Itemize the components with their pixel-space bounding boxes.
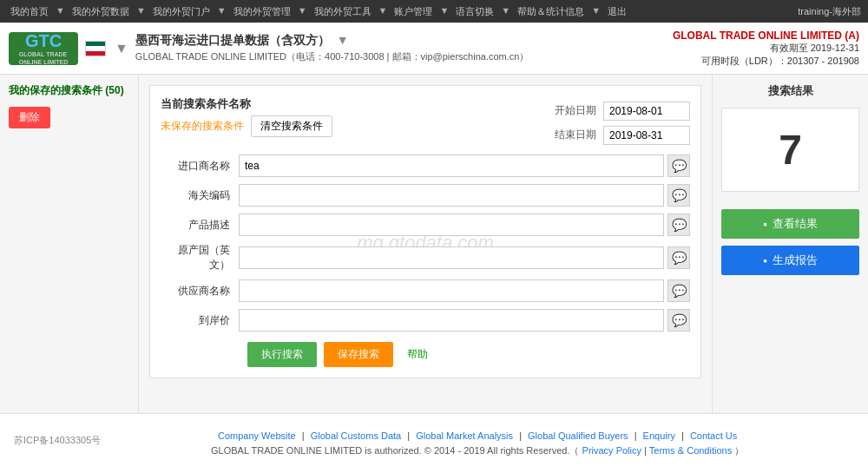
icp-number: 苏ICP备14033305号 [14,430,101,447]
sidebar-title: 我的保存的搜索条件 (50) [9,83,129,98]
title-dropdown-icon[interactable]: ▼ [337,33,349,47]
product-desc-input[interactable] [239,214,664,236]
footer-divider-1: | [302,430,307,441]
nav-language[interactable]: 语言切换 [452,5,497,18]
results-count-box: 7 [721,108,859,192]
form-title: 当前搜索条件名称 [161,96,251,112]
execute-search-button[interactable]: 执行搜索 [247,342,317,367]
page-title-text: 墨西哥海运进口提单数据（含双方） [135,33,330,47]
top-nav-right-text: training-海外部 [798,5,861,18]
supplier-row: 供应商名称 💬 [161,279,690,302]
unsaved-label: 未保存的搜索条件 [161,119,244,134]
nav-home[interactable]: 我的首页 [7,5,52,18]
page-footer: 苏ICP备14033305号 Company Website | Global … [0,413,868,473]
nav-divider-3: ▼ [217,5,227,18]
nav-trade-tools[interactable]: 我的外贸工具 [311,5,375,18]
copyright-end: ） [734,445,744,456]
nav-account[interactable]: 账户管理 [391,5,436,18]
top-nav-left: 我的首页 ▼ 我的外贸数据 ▼ 我的外贸门户 ▼ 我的外贸管理 ▼ 我的外贸工具… [7,5,798,18]
form-actions: 执行搜索 保存搜索 帮助 [161,342,690,367]
footer-contact-us[interactable]: Contact Us [690,430,737,441]
customs-code-icon[interactable]: 💬 [667,184,690,207]
form-fields-wrapper: mg.gtodata.com 进口商名称 💬 海关编码 💬 产品描述 [161,154,690,332]
page-main-title: 墨西哥海运进口提单数据（含双方） ▼ [135,33,673,49]
page-header: GTC GLOBAL TRADEONLINE LIMITED ▼ 墨西哥海运进口… [0,23,868,75]
importer-row: 进口商名称 💬 [161,154,690,177]
nav-divider-1: ▼ [56,5,65,18]
importer-label: 进口商名称 [161,159,239,174]
content-area: 当前搜索条件名称 未保存的搜索条件 清空搜索条件 开始日期 结束日期 [139,75,712,413]
landing-price-input[interactable] [239,309,664,332]
product-desc-label: 产品描述 [161,218,239,233]
header-title-area: 墨西哥海运进口提单数据（含双方） ▼ GLOBAL TRADE ONLINE L… [128,33,673,63]
footer-global-customs[interactable]: Global Customs Data [311,430,402,441]
end-date-input[interactable] [603,126,690,145]
company-logo: GTC GLOBAL TRADEONLINE LIMITED [9,32,78,65]
footer-global-market[interactable]: Global Market Analysis [416,430,513,441]
product-desc-row: 产品描述 💬 [161,214,690,236]
nav-trade-portal[interactable]: 我的外贸门户 [149,5,214,18]
footer-divider-3: | [519,430,524,441]
customs-code-input[interactable] [239,184,664,207]
header-valid-until: 有效期至 2019-12-31 [673,42,859,55]
product-desc-icon[interactable]: 💬 [667,214,690,236]
origin-country-icon[interactable]: 💬 [667,246,690,269]
country-flag [85,41,106,56]
header-company-name: GLOBAL TRADE ONLINE LIMITED (A) [673,30,859,42]
importer-icon[interactable]: 💬 [667,154,690,177]
footer-divider-2: | [407,430,412,441]
nav-help-stats[interactable]: 帮助＆统计信息 [514,5,588,18]
origin-country-input[interactable] [239,246,664,269]
right-panel: 搜索结果 7 ▪ 查看结果 ▪ 生成报告 [712,75,868,413]
customs-code-label: 海关编码 [161,188,239,203]
flag-dropdown-icon[interactable]: ▼ [115,41,128,56]
nav-trade-data[interactable]: 我的外贸数据 [69,5,133,18]
help-button[interactable]: 帮助 [400,342,435,367]
supplier-label: 供应商名称 [161,284,239,299]
start-date-row: 开始日期 [555,102,690,121]
end-date-row: 结束日期 [555,126,690,145]
footer-links: Company Website | Global Customs Data | … [101,430,854,441]
footer-divider-5: | [681,430,687,441]
footer-enquiry[interactable]: Enquiry [643,430,675,441]
origin-country-row: 原产国（英文） 💬 [161,243,690,273]
footer-global-buyers[interactable]: Global Qualified Buyers [528,430,628,441]
origin-country-label: 原产国（英文） [161,243,239,273]
nav-divider-7: ▼ [501,5,510,18]
supplier-input[interactable] [239,279,664,302]
save-search-button[interactable]: 保存搜索 [324,342,393,367]
landing-price-icon[interactable]: 💬 [667,309,690,332]
privacy-policy-link[interactable]: Privacy Policy [582,445,641,456]
terms-conditions-link[interactable]: Terms & Conditions [649,445,732,456]
supplier-icon[interactable]: 💬 [667,279,690,302]
footer-divider-4: | [635,430,640,441]
sidebar: 我的保存的搜索条件 (50) 删除 [0,75,139,413]
view-results-label: 查看结果 [773,216,818,232]
page-sub-title: GLOBAL TRADE ONLINE LIMITED（电话：400-710-3… [135,50,673,63]
results-title: 搜索结果 [768,83,813,99]
nav-divider-5: ▼ [378,5,388,18]
view-results-button[interactable]: ▪ 查看结果 [721,209,859,239]
delete-button[interactable]: 删除 [9,107,50,128]
chart-icon: ▪ [763,218,767,231]
search-form: 当前搜索条件名称 未保存的搜索条件 清空搜索条件 开始日期 结束日期 [149,85,701,378]
nav-logout[interactable]: 退出 [604,5,630,18]
logo-gtc-text: GTC [25,30,62,51]
start-date-label: 开始日期 [555,103,596,118]
logo-area: GTC GLOBAL TRADEONLINE LIMITED ▼ [9,32,128,65]
generate-report-button[interactable]: ▪ 生成报告 [721,246,859,275]
nav-divider-6: ▼ [439,5,449,18]
report-icon: ▪ [763,254,767,267]
nav-divider-4: ▼ [298,5,307,18]
footer-copyright: GLOBAL TRADE ONLINE LIMITED is authorize… [101,444,854,457]
start-date-input[interactable] [603,102,690,121]
form-header: 当前搜索条件名称 未保存的搜索条件 清空搜索条件 开始日期 结束日期 [161,96,690,148]
generate-report-label: 生成报告 [773,253,818,268]
clear-search-button[interactable]: 清空搜索条件 [251,115,332,137]
nav-divider-2: ▼ [136,5,146,18]
top-navigation: 我的首页 ▼ 我的外贸数据 ▼ 我的外贸门户 ▼ 我的外贸管理 ▼ 我的外贸工具… [0,0,868,23]
footer-company-website[interactable]: Company Website [218,430,296,441]
importer-input[interactable] [239,154,664,177]
nav-trade-mgmt[interactable]: 我的外贸管理 [230,5,294,18]
header-ldr: 可用时段（LDR）：201307 - 201908 [673,55,859,68]
